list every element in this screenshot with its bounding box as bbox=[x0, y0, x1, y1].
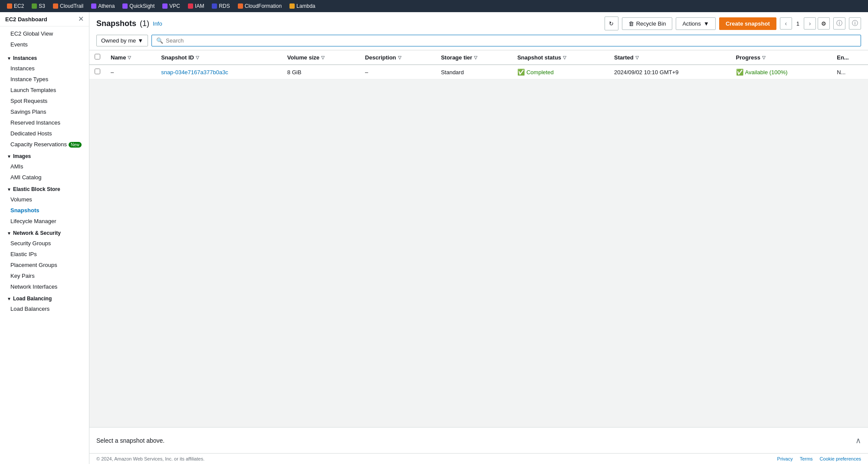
sidebar-item-placement-groups[interactable]: Placement Groups bbox=[0, 260, 89, 270]
th-volume-size[interactable]: Volume size ▽ bbox=[282, 50, 360, 65]
pagination-controls: ‹ 1 › ⚙ bbox=[780, 17, 830, 30]
recycle-bin-icon: 🗑 bbox=[628, 20, 634, 27]
th-name[interactable]: Name ▽ bbox=[105, 50, 156, 65]
actions-button[interactable]: Actions ▼ bbox=[676, 17, 716, 30]
sidebar-item-elastic-ips[interactable]: Elastic IPs bbox=[0, 249, 89, 260]
bottom-panel-close-button[interactable]: ∧ bbox=[855, 436, 861, 445]
sidebar-item-capacity-reservations[interactable]: Capacity ReservationsNew bbox=[0, 139, 89, 150]
sidebar: EC2 Dashboard ✕ EC2 Global View Events ▼… bbox=[0, 12, 89, 464]
actions-chevron-icon: ▼ bbox=[704, 20, 709, 27]
section-arrow-icon: ▼ bbox=[7, 296, 11, 301]
sidebar-section-images[interactable]: ▼ Images bbox=[0, 150, 89, 161]
row-0-volume-size: 8 GiB bbox=[282, 65, 360, 79]
topnav-item-cloudtrail[interactable]: CloudTrail bbox=[49, 2, 87, 10]
top-navigation: EC2S3CloudTrailAthenaQuickSightVPCIAMRDS… bbox=[0, 0, 868, 12]
footer-copyright: © 2024, Amazon Web Services, Inc. or its… bbox=[96, 456, 204, 461]
th-progress[interactable]: Progress ▽ bbox=[731, 50, 832, 65]
row-0-description: – bbox=[360, 65, 436, 79]
th-encrypted[interactable]: En... bbox=[832, 50, 868, 65]
sidebar-item-reserved-instances[interactable]: Reserved Instances bbox=[0, 117, 89, 128]
row-0-checkbox[interactable] bbox=[95, 69, 100, 74]
actions-label: Actions bbox=[682, 20, 701, 27]
sidebar-item-instances[interactable]: Instances bbox=[0, 63, 89, 74]
topnav-item-athena[interactable]: Athena bbox=[88, 2, 118, 10]
sidebar-item-dedicated-hosts[interactable]: Dedicated Hosts bbox=[0, 128, 89, 139]
row-0-snapshot-link[interactable]: snap-034e7167a377b0a3c bbox=[161, 69, 228, 76]
refresh-button[interactable]: ↻ bbox=[605, 16, 618, 30]
th-description[interactable]: Description ▽ bbox=[360, 50, 436, 65]
table-settings-button[interactable]: ⚙ bbox=[818, 17, 830, 30]
topnav-item-quicksight[interactable]: QuickSight bbox=[119, 2, 158, 10]
sidebar-item-volumes[interactable]: Volumes bbox=[0, 194, 89, 205]
toolbar-row: Owned by me ▼ 🔍 bbox=[96, 35, 861, 50]
started-sort-icon: ▽ bbox=[635, 55, 639, 60]
sidebar-item-load-balancers[interactable]: Load Balancers bbox=[0, 303, 89, 314]
sidebar-close-button[interactable]: ✕ bbox=[78, 16, 84, 23]
sidebar-item-snapshots[interactable]: Snapshots bbox=[0, 205, 89, 216]
search-icon: 🔍 bbox=[156, 37, 163, 44]
sidebar-item-launch-templates[interactable]: Launch Templates bbox=[0, 85, 89, 95]
sidebar-section-instances[interactable]: ▼ Instances bbox=[0, 52, 89, 63]
topnav-item-iam[interactable]: IAM bbox=[184, 2, 207, 10]
help-icon-button[interactable]: ⓘ bbox=[849, 17, 861, 30]
sidebar-item-instance-types[interactable]: Instance Types bbox=[0, 74, 89, 85]
page-title-area: Snapshots (1) Info bbox=[96, 19, 162, 28]
sidebar-item-spot-requests[interactable]: Spot Requests bbox=[0, 95, 89, 106]
s3-icon bbox=[32, 3, 37, 9]
owned-by-select[interactable]: Owned by me ▼ bbox=[96, 35, 148, 46]
topnav-item-s3[interactable]: S3 bbox=[28, 2, 49, 10]
sidebar-item-security-groups[interactable]: Security Groups bbox=[0, 238, 89, 249]
topnav-item-rds[interactable]: RDS bbox=[208, 2, 233, 10]
volume-size-sort-icon: ▽ bbox=[321, 55, 325, 60]
topnav-item-ec2[interactable]: EC2 bbox=[3, 2, 27, 10]
sidebar-item-ami-catalog[interactable]: AMI Catalog bbox=[0, 172, 89, 183]
section-arrow-icon: ▼ bbox=[7, 56, 11, 61]
lambda-icon bbox=[289, 3, 295, 9]
sidebar-item-lifecycle-manager[interactable]: Lifecycle Manager bbox=[0, 216, 89, 227]
recycle-bin-button[interactable]: 🗑 Recycle Bin bbox=[622, 17, 673, 30]
select-all-header bbox=[89, 50, 105, 65]
sidebar-section-network-&-security[interactable]: ▼ Network & Security bbox=[0, 227, 89, 238]
sidebar-item-key-pairs[interactable]: Key Pairs bbox=[0, 270, 89, 281]
section-arrow-icon: ▼ bbox=[7, 231, 11, 236]
row-0-started: 2024/09/02 10:10 GMT+9 bbox=[609, 65, 731, 79]
owned-by-chevron-icon: ▼ bbox=[138, 37, 143, 44]
search-input[interactable] bbox=[166, 37, 856, 44]
sidebar-section-elastic-block-store[interactable]: ▼ Elastic Block Store bbox=[0, 183, 89, 194]
th-snapshot-status[interactable]: Snapshot status ▽ bbox=[512, 50, 609, 65]
prev-page-button[interactable]: ‹ bbox=[780, 17, 792, 30]
main-content: Snapshots (1) Info ↻ 🗑 Recycle Bin Actio… bbox=[89, 12, 868, 464]
row-0-snapshot-id[interactable]: snap-034e7167a377b0a3c bbox=[156, 65, 282, 79]
create-snapshot-label: Create snapshot bbox=[726, 20, 770, 27]
footer-cookie-link[interactable]: Cookie preferences bbox=[820, 456, 861, 461]
sidebar-item-network-interfaces[interactable]: Network Interfaces bbox=[0, 281, 89, 292]
topnav-item-lambda[interactable]: Lambda bbox=[286, 2, 319, 10]
rds-icon bbox=[212, 3, 217, 9]
topnav-item-cloudformation[interactable]: CloudFormation bbox=[234, 2, 285, 10]
sidebar-header: EC2 Dashboard ✕ bbox=[0, 12, 89, 26]
section-arrow-icon: ▼ bbox=[7, 187, 11, 192]
sidebar-item-amis[interactable]: AMIs bbox=[0, 161, 89, 172]
sidebar-item-events[interactable]: Events bbox=[0, 39, 89, 50]
th-started[interactable]: Started ▽ bbox=[609, 50, 731, 65]
row-0-storage-tier: Standard bbox=[436, 65, 512, 79]
next-page-button[interactable]: › bbox=[804, 17, 816, 30]
sidebar-top-links: EC2 Global View Events bbox=[0, 26, 89, 52]
sidebar-item-global-view[interactable]: EC2 Global View bbox=[0, 28, 89, 39]
page-number: 1 bbox=[794, 20, 802, 27]
info-link[interactable]: Info bbox=[153, 20, 162, 27]
select-all-checkbox[interactable] bbox=[95, 54, 100, 59]
ec2-icon bbox=[7, 3, 12, 9]
footer-terms-link[interactable]: Terms bbox=[800, 456, 813, 461]
topnav-item-vpc[interactable]: VPC bbox=[159, 2, 184, 10]
th-snapshot-id[interactable]: Snapshot ID ▽ bbox=[156, 50, 282, 65]
quicksight-icon bbox=[122, 3, 128, 9]
footer-privacy-link[interactable]: Privacy bbox=[777, 456, 793, 461]
create-snapshot-button[interactable]: Create snapshot bbox=[719, 17, 776, 30]
sidebar-item-savings-plans[interactable]: Savings Plans bbox=[0, 106, 89, 117]
th-storage-tier[interactable]: Storage tier ▽ bbox=[436, 50, 512, 65]
sidebar-section-load-balancing[interactable]: ▼ Load Balancing bbox=[0, 292, 89, 303]
sidebar-ec2-dashboard[interactable]: EC2 Dashboard bbox=[5, 16, 47, 23]
info-icon-button[interactable]: ⓘ bbox=[833, 17, 845, 30]
row-0-snapshot-status: ✅Completed bbox=[512, 65, 609, 79]
